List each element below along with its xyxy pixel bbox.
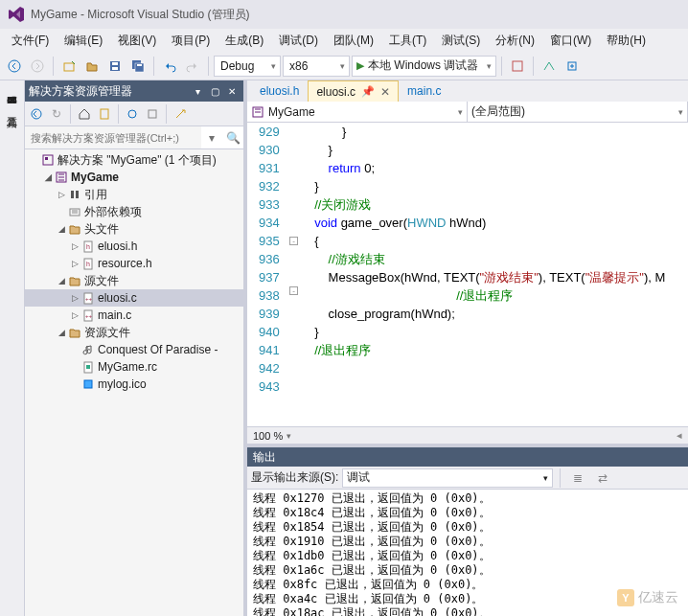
menu-item[interactable]: 窗口(W)	[542, 30, 599, 52]
document-tabs: eluosi.heluosi.c📌✕main.c	[247, 80, 688, 102]
tree-label: main.c	[98, 308, 131, 322]
menu-item[interactable]: 团队(M)	[326, 30, 381, 52]
code-editor[interactable]: 9299309319329339349359369379389399409419…	[247, 123, 688, 426]
line-gutter: 9299309319329339349359369379389399409419…	[247, 123, 287, 426]
home-button[interactable]	[27, 104, 46, 124]
tree-label: 外部依赖项	[84, 204, 142, 220]
tree-label: resource.h	[98, 257, 152, 270]
home-icon[interactable]	[75, 104, 94, 124]
output-btn-2[interactable]: ⇄	[592, 468, 613, 489]
output-source-label: 显示输出来源(S):	[251, 469, 338, 486]
tree-node[interactable]: ◢头文件	[25, 220, 243, 238]
svg-text:h: h	[86, 261, 90, 267]
properties-button[interactable]	[171, 104, 190, 124]
tree-node[interactable]: 解决方案 "MyGame" (1 个项目)	[25, 151, 243, 169]
tree-node[interactable]: ▷++main.c	[25, 307, 243, 324]
expander-icon[interactable]: ▷	[69, 259, 80, 268]
nav-fwd-button[interactable]	[27, 56, 48, 77]
menu-item[interactable]: 帮助(H)	[599, 30, 654, 52]
scroll-left-icon[interactable]: ◂	[677, 429, 682, 442]
tree-node[interactable]: mylog.ico	[25, 376, 243, 393]
menu-item[interactable]: 文件(F)	[4, 30, 57, 52]
expander-icon[interactable]: ▷	[69, 241, 80, 251]
menu-item[interactable]: 生成(B)	[218, 30, 271, 52]
tree-node[interactable]: ▷hresource.h	[25, 255, 243, 272]
tree-label: 头文件	[84, 221, 119, 238]
rail-tab[interactable]: 服务器资源管理器	[3, 82, 21, 94]
menu-item[interactable]: 工具(T)	[381, 30, 434, 52]
menu-item[interactable]: 项目(P)	[164, 30, 218, 52]
panel-close-icon[interactable]: ✕	[224, 83, 240, 99]
document-tab[interactable]: eluosi.h	[251, 80, 308, 102]
tab-label: main.c	[407, 84, 441, 98]
panel-dropdown-icon[interactable]: ▾	[190, 83, 205, 99]
rail-tab[interactable]: 工具箱	[3, 103, 21, 115]
expander-icon[interactable]: ◢	[42, 172, 54, 182]
titlebar: MyGame - Microsoft Visual Studio (管理员)	[0, 0, 688, 29]
platform-combo[interactable]: x86	[283, 56, 350, 77]
pin-icon[interactable]: 📌	[361, 85, 375, 98]
expander-icon[interactable]: ▷	[69, 310, 80, 320]
panel-title: 解决方案资源管理器	[29, 83, 132, 100]
config-combo[interactable]: Debug	[214, 56, 281, 77]
separator	[70, 104, 71, 124]
tree-label: eluosi.c	[98, 291, 137, 305]
save-all-button[interactable]	[127, 56, 149, 77]
menu-item[interactable]: 调试(D)	[271, 30, 326, 52]
code-content[interactable]: } } return 0; } //关闭游戏 void game_over(HW…	[301, 123, 688, 426]
toolbar-btn-3[interactable]	[562, 56, 583, 77]
nav-scope-combo[interactable]: (全局范围)	[468, 102, 688, 122]
zoom-dropdown-icon[interactable]: ▾	[287, 431, 291, 441]
tree-node[interactable]: ▷++eluosi.c	[25, 289, 243, 307]
menu-item[interactable]: 编辑(E)	[57, 30, 110, 52]
document-tab[interactable]: main.c	[399, 80, 449, 102]
menu-item[interactable]: 视图(V)	[110, 30, 164, 52]
search-icon[interactable]: 🔍	[222, 131, 243, 145]
solution-explorer-search: ▾ 🔍	[25, 126, 243, 149]
panel-pin-icon[interactable]: ▢	[207, 83, 222, 99]
output-source-combo[interactable]: 调试	[342, 468, 553, 488]
search-dropdown-icon[interactable]: ▾	[201, 131, 222, 145]
se-btn-6[interactable]	[143, 104, 162, 124]
vs-logo-icon	[8, 6, 25, 23]
close-icon[interactable]: ✕	[380, 85, 390, 99]
expander-icon[interactable]: ◢	[56, 328, 67, 337]
tree-node[interactable]: ▷引用	[25, 186, 243, 203]
expander-icon[interactable]: ▷	[69, 293, 80, 303]
outline-column[interactable]: --	[287, 123, 301, 426]
tree-node[interactable]: ◢MyGame	[25, 169, 243, 186]
output-btn-1[interactable]: ≣	[567, 468, 588, 489]
expander-icon[interactable]: ◢	[56, 276, 67, 285]
tree-node[interactable]: ◢资源文件	[25, 324, 243, 341]
toolbar-btn-2[interactable]	[539, 56, 560, 77]
nav-back-button[interactable]	[4, 56, 25, 77]
start-debug-button[interactable]: ▶本地 Windows 调试器	[352, 56, 496, 77]
toolbar-btn-1[interactable]	[507, 56, 528, 77]
tree-label: Conquest Of Paradise -	[98, 343, 218, 356]
document-tab[interactable]: eluosi.c📌✕	[308, 80, 399, 102]
open-file-button[interactable]	[81, 56, 103, 77]
undo-button[interactable]	[159, 56, 180, 77]
tree-node[interactable]: ◢源文件	[25, 272, 243, 289]
svg-rect-15	[45, 157, 48, 160]
output-text[interactable]: 线程 0x1270 已退出，返回值为 0 (0x0)。 线程 0x18c4 已退…	[247, 490, 688, 616]
tree-node[interactable]: Conquest Of Paradise -	[25, 341, 243, 358]
tree-label: MyGame.rc	[98, 360, 157, 374]
menu-item[interactable]: 测试(S)	[434, 30, 488, 52]
sync-button[interactable]	[123, 104, 142, 124]
expander-icon[interactable]: ◢	[56, 224, 67, 234]
expander-icon[interactable]: ▷	[56, 190, 67, 199]
redo-button[interactable]	[182, 56, 203, 77]
se-btn-4[interactable]	[95, 104, 114, 124]
menu-item[interactable]: 分析(N)	[488, 30, 542, 52]
tree-node[interactable]: ▷heluosi.h	[25, 238, 243, 255]
zoom-level[interactable]: 100 %	[253, 430, 283, 442]
new-project-button[interactable]	[58, 56, 80, 77]
save-button[interactable]	[104, 56, 126, 77]
nav-project-combo[interactable]: MyGame	[247, 102, 468, 122]
tree-node[interactable]: MyGame.rc	[25, 358, 243, 376]
tree-node[interactable]: 外部依赖项	[25, 203, 243, 220]
svg-text:h: h	[86, 243, 90, 250]
se-btn-2[interactable]: ↻	[47, 104, 66, 124]
search-input[interactable]	[25, 126, 201, 148]
